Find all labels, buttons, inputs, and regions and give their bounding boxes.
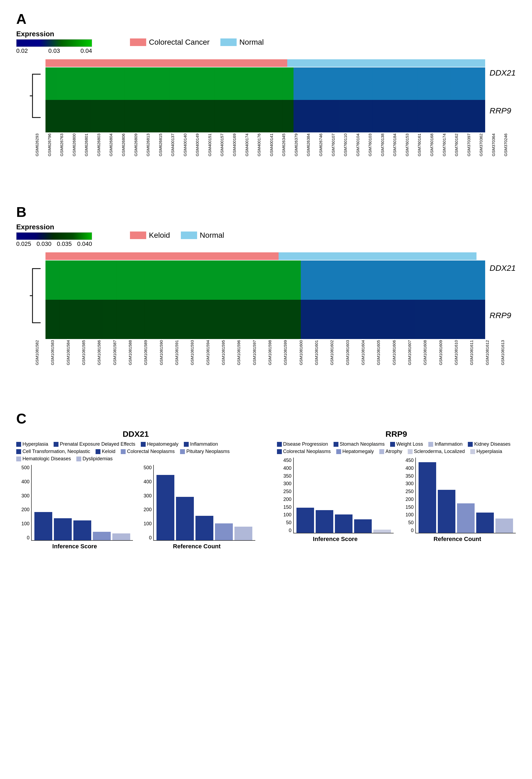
sample-label: GSM1081588	[128, 340, 143, 365]
rrp9-legend-colorectal: Colorectal Neoplasms	[277, 449, 331, 454]
ddx21-label-hepatomegaly: Hepatomegaly	[147, 441, 178, 447]
sample-label: GSM626763	[59, 133, 72, 156]
ddx21-reference-yaxis: 500 400 300 200 100 0	[138, 465, 153, 541]
ddx21-color-colorectal	[121, 449, 126, 454]
sample-label: GSM1081607	[407, 340, 423, 365]
ddx21-label-prenatal: Prenatal Exposure Delayed Effects	[60, 441, 135, 447]
rrp9-color-scleroderma	[408, 449, 413, 454]
rrp9-legend-stomach: Stomach Neoplasms	[334, 441, 385, 447]
scale-title-a: Expression	[16, 30, 54, 38]
bar-item	[35, 512, 52, 540]
rrp9-charts-subrow: 450 400 350 300 250 200 150 100 50 0	[277, 458, 516, 550]
rrp9-legend-weight: Weight Loss	[390, 441, 423, 447]
sample-label: GSM1081608	[423, 340, 438, 365]
sample-label: GSM1081587	[112, 340, 128, 365]
sample-label: GSM1081601	[314, 340, 330, 365]
heatmap-a-canvas	[46, 67, 485, 132]
rrp9-label-inflammation: Inflammation	[434, 441, 462, 447]
sample-label: GSM760103	[368, 133, 380, 156]
sample-label: GSM1081584	[66, 340, 81, 365]
bar-item	[354, 519, 372, 533]
sample-label: GSM626813	[146, 133, 158, 156]
ddx21-label-cell-transform: Cell Transformation, Neoplastic	[22, 449, 90, 454]
ddx21-legend-prenatal: Prenatal Exposure Delayed Effects	[54, 441, 135, 447]
heatmap-a-container: DDX21 RRP9	[27, 59, 516, 132]
bar-item	[419, 462, 436, 533]
ddx21-legend-pituitary: Pituitary Neoplasms	[180, 449, 230, 454]
sample-label: GSM400137	[170, 133, 183, 156]
normal-label-b: Normal	[200, 231, 224, 240]
rrp9-label-disease: Disease Progression	[283, 441, 328, 447]
sample-label: GSM1081596	[236, 340, 252, 365]
normal-label-a: Normal	[239, 38, 264, 47]
ddx21-legend-dyslipidemias: Dyslipidemias	[76, 456, 113, 462]
sample-label: GSM626801	[84, 133, 97, 156]
color-scale-a: Expression 0.02 0.03 0.04	[16, 30, 92, 54]
ddx21-legend-hepatomegaly: Hepatomegaly	[141, 441, 178, 447]
panel-b-label: B	[16, 204, 516, 220]
sample-label: GSM760162	[454, 133, 467, 156]
condition-legend-a: Colorectal Cancer Normal	[130, 38, 264, 47]
sample-label: GSM1081593	[190, 340, 205, 365]
ddx21-inference-chart: 500 400 300 200 100 0 Inference Score	[16, 465, 133, 550]
sample-label: GSM1081585	[81, 340, 97, 365]
ddx21-inference-area: 500 400 300 200 100 0	[16, 465, 133, 541]
scale-ticks-b: 0.025 0.030 0.035 0.040	[16, 240, 92, 247]
sample-label: GSM400157	[220, 133, 232, 156]
heatmap-b-container: DDX21 RRP9	[27, 252, 516, 339]
bar-item	[457, 503, 475, 533]
sample-label: GSM760107	[331, 133, 343, 156]
panel-b: B Expression 0.025 0.030 0.035 0.040 Kel…	[16, 204, 516, 394]
ddx21-color-keloid	[96, 449, 101, 454]
sample-label: GSM1081610	[454, 340, 469, 365]
sample-labels-inner-a: GSM626293GSM626796GSM626763GSM626800GSM6…	[35, 133, 516, 156]
cancer-color-box	[130, 39, 146, 46]
rrp9-label-stomach: Stomach Neoplasms	[340, 441, 385, 447]
sample-label: GSM1081600	[299, 340, 314, 365]
bar-item	[296, 508, 314, 533]
sample-label: GSM400169	[232, 133, 244, 156]
sample-label: GSM760110	[343, 133, 355, 156]
rrp9-color-hepatomegaly	[336, 449, 341, 454]
gene-labels-a: DDX21 RRP9	[489, 59, 516, 124]
condition-bar-b	[46, 252, 485, 260]
rrp9-label-hyperplasia: Hyperplasia	[476, 449, 502, 454]
color-scale-b: Expression 0.025 0.030 0.035 0.040	[16, 223, 92, 247]
sample-label: GSM1081606	[392, 340, 407, 365]
scale-bar-b	[16, 232, 92, 240]
condition-legend-b: Keloid Normal	[130, 231, 224, 240]
ddx21-reference-area: 500 400 300 200 100 0	[138, 465, 255, 541]
ddx21-label-dyslipidemias: Dyslipidemias	[82, 456, 113, 462]
panel-a-label: A	[16, 11, 516, 27]
sample-label: GSM626809	[133, 133, 146, 156]
rrp9-label-scleroderma: Scleroderma, Localized	[414, 449, 465, 454]
dendrogram-a	[27, 59, 43, 132]
ddx21-color-pituitary	[180, 449, 185, 454]
gene-labels-b: DDX21 RRP9	[489, 252, 516, 331]
ddx21-legend: Hyperplasia Prenatal Exposure Delayed Ef…	[16, 441, 255, 462]
ddx21-color-cell-transform	[16, 449, 21, 454]
sample-labels-inner-b: GSM1081582GSM1081583GSM1081584GSM1081585…	[35, 340, 516, 365]
sample-label: GSM1081612	[485, 340, 500, 365]
sample-label: GSM626384	[306, 133, 318, 156]
rrp9-label-weight: Weight Loss	[396, 441, 423, 447]
sample-label: GSM1081589	[143, 340, 159, 365]
sample-label: GSM1081597	[252, 340, 268, 365]
sample-label: GSM626800	[72, 133, 84, 156]
keloid-color-box	[130, 232, 146, 239]
heatmap-a-main	[46, 59, 485, 132]
rrp9-color-weight	[390, 442, 395, 447]
ddx21-legend-inflammation: Inflammation	[184, 441, 218, 447]
rrp9-legend-atrophy: Atrophy	[379, 449, 402, 454]
normal-legend-item-b: Normal	[181, 231, 224, 240]
ddx21-color-hepatomegaly	[141, 442, 146, 447]
sample-label: GSM1081594	[205, 340, 221, 365]
sample-label: GSM1081613	[500, 340, 516, 365]
sample-label: GSM626379	[294, 133, 306, 156]
rrp9-color-inflammation	[428, 442, 433, 447]
ddx21-color-hyperplasia	[16, 442, 21, 447]
ddx21-color-inflammation	[184, 442, 189, 447]
sample-label: GSM760104	[355, 133, 368, 156]
cancer-label: Colorectal Cancer	[149, 38, 210, 47]
gene-rrp9-b: RRP9	[489, 311, 516, 320]
